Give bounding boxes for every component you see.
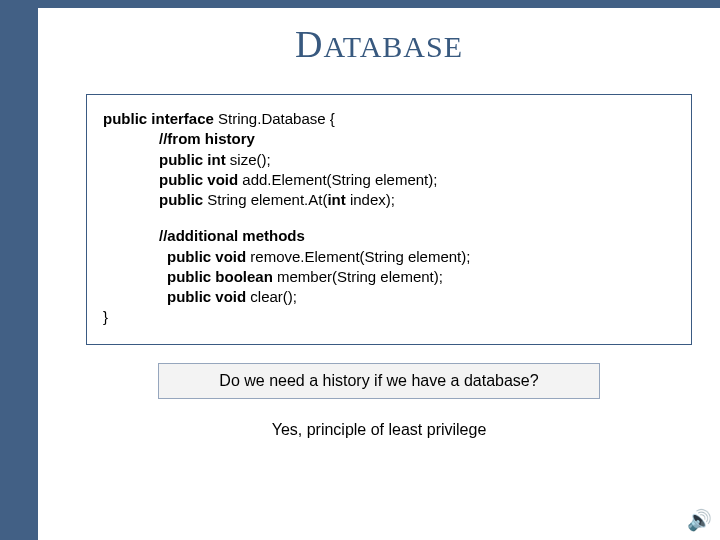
- code-line: public void remove.Element(String elemen…: [103, 247, 675, 267]
- code-line: public boolean member(String element);: [103, 267, 675, 287]
- side-stripe: [0, 0, 38, 540]
- code-line: //additional methods: [103, 226, 675, 246]
- speaker-icon: 🔊: [687, 508, 712, 532]
- top-stripe: [0, 0, 720, 8]
- code-line: public String element.At(int index);: [103, 190, 675, 210]
- slide-stage: DATABASE public interface String.Databas…: [38, 8, 720, 540]
- answer-text: Yes, principle of least privilege: [99, 415, 659, 445]
- code-line: }: [103, 307, 675, 327]
- title-rest: ATABASE: [323, 30, 463, 63]
- code-line: public void clear();: [103, 287, 675, 307]
- code-line: public int size();: [103, 150, 675, 170]
- code-box: public interface String.Database { //fro…: [86, 94, 692, 345]
- blank-line: [103, 210, 675, 226]
- title-first-letter: D: [295, 23, 323, 65]
- question-callout: Do we need a history if we have a databa…: [158, 363, 600, 399]
- slide-title: DATABASE: [38, 22, 720, 66]
- code-line: //from history: [103, 129, 675, 149]
- code-line: public interface String.Database {: [103, 109, 675, 129]
- code-line: public void add.Element(String element);: [103, 170, 675, 190]
